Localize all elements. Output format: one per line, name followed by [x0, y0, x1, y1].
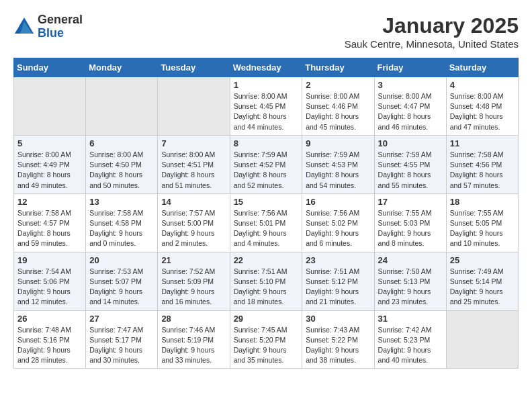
day-cell: 27Sunrise: 7:47 AM Sunset: 5:17 PM Dayli… [86, 310, 158, 369]
day-number: 1 [234, 80, 299, 90]
week-row-3: 12Sunrise: 7:58 AM Sunset: 4:57 PM Dayli… [14, 193, 519, 252]
day-info: Sunrise: 7:52 AM Sunset: 5:09 PM Dayligh… [161, 267, 226, 308]
day-number: 27 [89, 314, 154, 324]
logo-text: General Blue [38, 13, 83, 40]
day-number: 10 [378, 138, 443, 148]
day-number: 3 [378, 80, 443, 90]
day-info: Sunrise: 7:59 AM Sunset: 4:52 PM Dayligh… [234, 150, 299, 191]
day-info: Sunrise: 7:48 AM Sunset: 5:16 PM Dayligh… [17, 325, 82, 366]
day-number: 31 [378, 314, 443, 324]
day-info: Sunrise: 7:56 AM Sunset: 5:02 PM Dayligh… [306, 208, 370, 249]
day-number: 8 [234, 138, 299, 148]
day-info: Sunrise: 7:59 AM Sunset: 4:55 PM Dayligh… [378, 150, 443, 191]
day-cell: 16Sunrise: 7:56 AM Sunset: 5:02 PM Dayli… [302, 193, 374, 252]
day-number: 17 [378, 197, 443, 207]
day-cell: 25Sunrise: 7:49 AM Sunset: 5:14 PM Dayli… [446, 252, 518, 310]
day-cell: 26Sunrise: 7:48 AM Sunset: 5:16 PM Dayli… [14, 310, 86, 369]
day-cell: 20Sunrise: 7:53 AM Sunset: 5:07 PM Dayli… [86, 252, 158, 310]
day-info: Sunrise: 7:51 AM Sunset: 5:12 PM Dayligh… [306, 267, 370, 308]
day-info: Sunrise: 7:46 AM Sunset: 5:19 PM Dayligh… [161, 325, 226, 366]
day-info: Sunrise: 8:00 AM Sunset: 4:49 PM Dayligh… [17, 150, 82, 191]
day-cell: 31Sunrise: 7:42 AM Sunset: 5:23 PM Dayli… [374, 310, 446, 369]
header-cell-friday: Friday [374, 58, 446, 77]
day-number: 19 [17, 255, 82, 265]
day-cell: 17Sunrise: 7:55 AM Sunset: 5:03 PM Dayli… [374, 193, 446, 252]
day-info: Sunrise: 7:49 AM Sunset: 5:14 PM Dayligh… [450, 267, 515, 308]
day-cell: 15Sunrise: 7:56 AM Sunset: 5:01 PM Dayli… [230, 193, 302, 252]
header-cell-thursday: Thursday [302, 58, 374, 77]
header-row: SundayMondayTuesdayWednesdayThursdayFrid… [14, 58, 519, 77]
title-area: January 2025 Sauk Centre, Minnesota, Uni… [345, 13, 519, 50]
day-cell: 28Sunrise: 7:46 AM Sunset: 5:19 PM Dayli… [158, 310, 230, 369]
day-cell: 5Sunrise: 8:00 AM Sunset: 4:49 PM Daylig… [14, 135, 86, 193]
calendar-table: SundayMondayTuesdayWednesdayThursdayFrid… [13, 58, 519, 369]
day-cell: 1Sunrise: 8:00 AM Sunset: 4:45 PM Daylig… [230, 77, 302, 136]
logo-blue: Blue [38, 27, 83, 40]
day-info: Sunrise: 8:00 AM Sunset: 4:45 PM Dayligh… [234, 91, 299, 132]
day-info: Sunrise: 7:56 AM Sunset: 5:01 PM Dayligh… [234, 208, 299, 249]
day-info: Sunrise: 7:43 AM Sunset: 5:22 PM Dayligh… [306, 325, 370, 366]
day-cell: 21Sunrise: 7:52 AM Sunset: 5:09 PM Dayli… [158, 252, 230, 310]
day-info: Sunrise: 7:54 AM Sunset: 5:06 PM Dayligh… [17, 267, 82, 308]
day-number: 4 [450, 80, 515, 90]
calendar-title: January 2025 [345, 13, 519, 38]
day-cell [86, 77, 158, 136]
day-info: Sunrise: 8:00 AM Sunset: 4:51 PM Dayligh… [161, 150, 226, 191]
day-number: 6 [89, 138, 154, 148]
day-info: Sunrise: 8:00 AM Sunset: 4:46 PM Dayligh… [306, 91, 370, 132]
day-info: Sunrise: 7:59 AM Sunset: 4:53 PM Dayligh… [306, 150, 370, 191]
logo: General Blue [13, 13, 83, 40]
day-cell: 23Sunrise: 7:51 AM Sunset: 5:12 PM Dayli… [302, 252, 374, 310]
day-number: 26 [17, 314, 82, 324]
day-number: 15 [234, 197, 299, 207]
day-info: Sunrise: 7:58 AM Sunset: 4:58 PM Dayligh… [89, 208, 154, 249]
logo-icon [13, 16, 35, 38]
day-info: Sunrise: 7:47 AM Sunset: 5:17 PM Dayligh… [89, 325, 154, 366]
day-number: 11 [450, 138, 515, 148]
header-cell-sunday: Sunday [14, 58, 86, 77]
day-number: 7 [161, 138, 226, 148]
day-info: Sunrise: 7:42 AM Sunset: 5:23 PM Dayligh… [378, 325, 443, 366]
header: General Blue January 2025 Sauk Centre, M… [13, 13, 519, 50]
day-number: 13 [89, 197, 154, 207]
day-number: 21 [161, 255, 226, 265]
day-number: 9 [306, 138, 370, 148]
day-number: 18 [450, 197, 515, 207]
day-cell [446, 310, 518, 369]
day-number: 14 [161, 197, 226, 207]
calendar-subtitle: Sauk Centre, Minnesota, United States [345, 38, 519, 50]
day-cell: 14Sunrise: 7:57 AM Sunset: 5:00 PM Dayli… [158, 193, 230, 252]
day-cell: 2Sunrise: 8:00 AM Sunset: 4:46 PM Daylig… [302, 77, 374, 136]
day-cell [158, 77, 230, 136]
day-info: Sunrise: 7:55 AM Sunset: 5:05 PM Dayligh… [450, 208, 515, 249]
week-row-1: 1Sunrise: 8:00 AM Sunset: 4:45 PM Daylig… [14, 77, 519, 136]
logo-general: General [38, 13, 83, 27]
day-cell: 3Sunrise: 8:00 AM Sunset: 4:47 PM Daylig… [374, 77, 446, 136]
day-info: Sunrise: 7:51 AM Sunset: 5:10 PM Dayligh… [234, 267, 299, 308]
week-row-2: 5Sunrise: 8:00 AM Sunset: 4:49 PM Daylig… [14, 135, 519, 193]
day-cell: 29Sunrise: 7:45 AM Sunset: 5:20 PM Dayli… [230, 310, 302, 369]
day-cell: 4Sunrise: 8:00 AM Sunset: 4:48 PM Daylig… [446, 77, 518, 136]
day-cell: 13Sunrise: 7:58 AM Sunset: 4:58 PM Dayli… [86, 193, 158, 252]
day-cell: 10Sunrise: 7:59 AM Sunset: 4:55 PM Dayli… [374, 135, 446, 193]
day-number: 28 [161, 314, 226, 324]
day-number: 30 [306, 314, 370, 324]
day-cell: 19Sunrise: 7:54 AM Sunset: 5:06 PM Dayli… [14, 252, 86, 310]
day-info: Sunrise: 7:57 AM Sunset: 5:00 PM Dayligh… [161, 208, 226, 249]
day-cell: 12Sunrise: 7:58 AM Sunset: 4:57 PM Dayli… [14, 193, 86, 252]
day-cell: 24Sunrise: 7:50 AM Sunset: 5:13 PM Dayli… [374, 252, 446, 310]
header-cell-monday: Monday [86, 58, 158, 77]
day-cell: 22Sunrise: 7:51 AM Sunset: 5:10 PM Dayli… [230, 252, 302, 310]
day-info: Sunrise: 7:53 AM Sunset: 5:07 PM Dayligh… [89, 267, 154, 308]
day-info: Sunrise: 7:58 AM Sunset: 4:57 PM Dayligh… [17, 208, 82, 249]
day-cell: 18Sunrise: 7:55 AM Sunset: 5:05 PM Dayli… [446, 193, 518, 252]
day-number: 20 [89, 255, 154, 265]
day-info: Sunrise: 8:00 AM Sunset: 4:48 PM Dayligh… [450, 91, 515, 132]
day-info: Sunrise: 8:00 AM Sunset: 4:47 PM Dayligh… [378, 91, 443, 132]
day-cell: 8Sunrise: 7:59 AM Sunset: 4:52 PM Daylig… [230, 135, 302, 193]
day-number: 12 [17, 197, 82, 207]
week-row-4: 19Sunrise: 7:54 AM Sunset: 5:06 PM Dayli… [14, 252, 519, 310]
day-info: Sunrise: 7:50 AM Sunset: 5:13 PM Dayligh… [378, 267, 443, 308]
day-number: 24 [378, 255, 443, 265]
day-number: 16 [306, 197, 370, 207]
